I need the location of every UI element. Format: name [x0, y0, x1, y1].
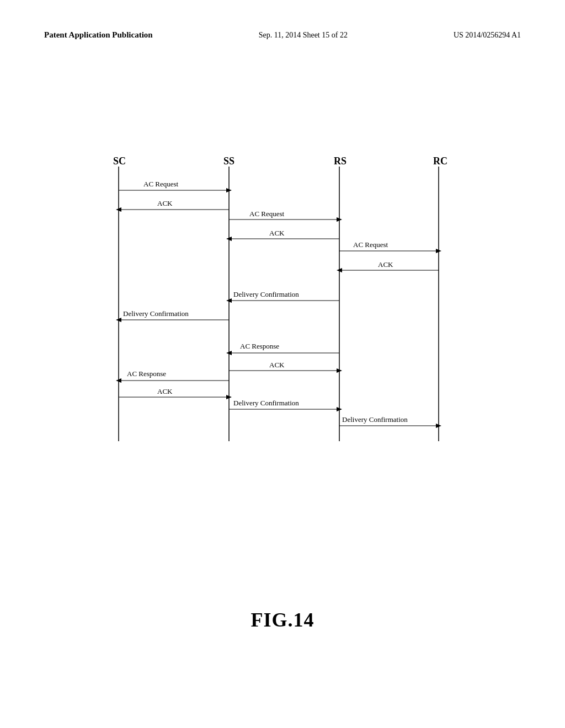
- entity-sc: SC: [113, 156, 126, 167]
- label-ack-2: ACK: [269, 229, 285, 237]
- label-delivery-4: Delivery Confirmation: [342, 415, 408, 424]
- publication-title: Patent Application Publication: [44, 30, 153, 40]
- entity-rs: RS: [334, 156, 347, 167]
- label-ac-request-1: AC Request: [143, 180, 179, 188]
- label-ac-request-3: AC Request: [353, 240, 388, 249]
- label-ack-1: ACK: [157, 199, 173, 207]
- label-delivery-2: Delivery Confirmation: [123, 309, 189, 318]
- publication-date: Sep. 11, 2014 Sheet 15 of 22: [259, 31, 348, 40]
- label-ack-4: ACK: [269, 361, 285, 369]
- sequence-diagram: SC SS RS RC AC Request ACK AC Request: [55, 154, 508, 463]
- label-ack-5: ACK: [157, 387, 173, 395]
- label-delivery-1: Delivery Confirmation: [233, 290, 299, 298]
- page-header: Patent Application Publication Sep. 11, …: [44, 30, 521, 40]
- figure-label: FIG.14: [0, 608, 565, 631]
- label-ac-response-1: AC Response: [240, 342, 279, 350]
- entity-ss: SS: [223, 156, 234, 167]
- publication-number: US 2014/0256294 A1: [454, 31, 521, 40]
- label-ac-request-2: AC Request: [249, 210, 285, 218]
- label-ack-3: ACK: [378, 260, 393, 269]
- label-delivery-3: Delivery Confirmation: [233, 399, 299, 407]
- entity-rc: RC: [433, 156, 447, 167]
- label-ac-response-2: AC Response: [127, 370, 166, 378]
